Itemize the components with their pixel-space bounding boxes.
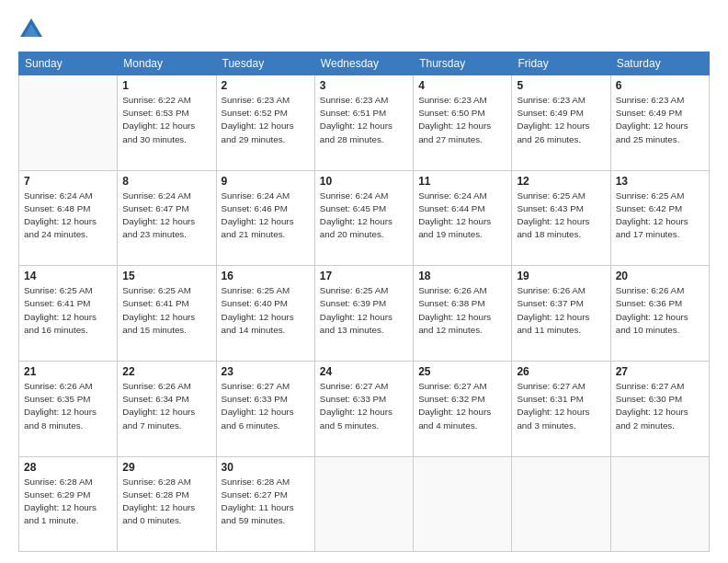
- calendar-cell: 30Sunrise: 6:28 AMSunset: 6:27 PMDayligh…: [216, 456, 314, 551]
- day-info: Sunrise: 6:24 AMSunset: 6:44 PMDaylight:…: [418, 190, 506, 242]
- day-number: 20: [616, 270, 704, 282]
- day-info: Sunrise: 6:23 AMSunset: 6:51 PMDaylight:…: [320, 94, 408, 146]
- calendar-cell: [19, 75, 118, 171]
- calendar-cell: 26Sunrise: 6:27 AMSunset: 6:31 PMDayligh…: [512, 361, 610, 456]
- calendar-cell: 8Sunrise: 6:24 AMSunset: 6:47 PMDaylight…: [118, 170, 216, 266]
- day-info: Sunrise: 6:27 AMSunset: 6:33 PMDaylight:…: [222, 380, 310, 432]
- day-number: 15: [122, 270, 210, 282]
- day-number: 26: [517, 365, 605, 378]
- calendar-cell: 14Sunrise: 6:25 AMSunset: 6:41 PMDayligh…: [19, 266, 118, 362]
- day-info: Sunrise: 6:26 AMSunset: 6:35 PMDaylight:…: [24, 380, 112, 432]
- day-info: Sunrise: 6:25 AMSunset: 6:42 PMDaylight:…: [616, 190, 704, 242]
- calendar-header-monday: Monday: [118, 52, 216, 75]
- day-number: 12: [517, 175, 605, 188]
- day-number: 17: [320, 270, 408, 282]
- calendar-cell: 19Sunrise: 6:26 AMSunset: 6:37 PMDayligh…: [512, 266, 610, 362]
- day-info: Sunrise: 6:26 AMSunset: 6:38 PMDaylight:…: [418, 284, 506, 337]
- calendar-cell: 28Sunrise: 6:28 AMSunset: 6:29 PMDayligh…: [19, 456, 118, 551]
- day-info: Sunrise: 6:24 AMSunset: 6:47 PMDaylight:…: [122, 190, 210, 242]
- day-number: 28: [24, 461, 112, 474]
- day-info: Sunrise: 6:27 AMSunset: 6:33 PMDaylight:…: [320, 380, 408, 432]
- day-info: Sunrise: 6:24 AMSunset: 6:45 PMDaylight:…: [320, 190, 408, 242]
- calendar-cell: 1Sunrise: 6:22 AMSunset: 6:53 PMDaylight…: [118, 75, 216, 171]
- day-number: 4: [418, 79, 506, 92]
- day-info: Sunrise: 6:28 AMSunset: 6:29 PMDaylight:…: [24, 476, 112, 528]
- calendar-cell: 12Sunrise: 6:25 AMSunset: 6:43 PMDayligh…: [512, 170, 610, 266]
- calendar-header-sunday: Sunday: [19, 52, 118, 75]
- calendar-table: SundayMondayTuesdayWednesdayThursdayFrid…: [18, 52, 710, 552]
- day-number: 29: [122, 461, 210, 474]
- day-number: 23: [222, 365, 310, 378]
- day-info: Sunrise: 6:22 AMSunset: 6:53 PMDaylight:…: [122, 94, 210, 146]
- calendar-cell: [314, 456, 413, 551]
- day-info: Sunrise: 6:24 AMSunset: 6:48 PMDaylight:…: [24, 190, 112, 242]
- day-number: 9: [222, 175, 310, 188]
- logo-icon: [18, 17, 44, 42]
- day-info: Sunrise: 6:25 AMSunset: 6:40 PMDaylight:…: [222, 284, 310, 337]
- calendar-cell: 7Sunrise: 6:24 AMSunset: 6:48 PMDaylight…: [19, 170, 118, 266]
- day-info: Sunrise: 6:26 AMSunset: 6:34 PMDaylight:…: [122, 380, 210, 432]
- calendar-header-saturday: Saturday: [610, 52, 709, 75]
- calendar-week-row: 21Sunrise: 6:26 AMSunset: 6:35 PMDayligh…: [19, 361, 710, 456]
- day-number: 6: [616, 79, 704, 92]
- day-number: 30: [222, 461, 310, 474]
- day-info: Sunrise: 6:27 AMSunset: 6:31 PMDaylight:…: [517, 380, 605, 432]
- day-number: 7: [24, 175, 112, 188]
- calendar-header-thursday: Thursday: [414, 52, 512, 75]
- logo: [18, 17, 48, 42]
- day-number: 8: [122, 175, 210, 188]
- day-number: 19: [517, 270, 605, 282]
- day-info: Sunrise: 6:25 AMSunset: 6:41 PMDaylight:…: [122, 284, 210, 337]
- day-info: Sunrise: 6:23 AMSunset: 6:49 PMDaylight:…: [517, 94, 605, 146]
- day-number: 27: [616, 365, 704, 378]
- calendar-cell: [512, 456, 610, 551]
- day-number: 25: [418, 365, 506, 378]
- calendar-cell: 13Sunrise: 6:25 AMSunset: 6:42 PMDayligh…: [610, 170, 709, 266]
- day-info: Sunrise: 6:25 AMSunset: 6:39 PMDaylight:…: [320, 284, 408, 337]
- day-number: 3: [320, 79, 408, 92]
- day-info: Sunrise: 6:28 AMSunset: 6:27 PMDaylight:…: [222, 476, 310, 528]
- header: [18, 17, 710, 42]
- calendar-cell: 6Sunrise: 6:23 AMSunset: 6:49 PMDaylight…: [610, 75, 709, 171]
- calendar-cell: 23Sunrise: 6:27 AMSunset: 6:33 PMDayligh…: [216, 361, 314, 456]
- day-info: Sunrise: 6:27 AMSunset: 6:30 PMDaylight:…: [616, 380, 704, 432]
- calendar-cell: 24Sunrise: 6:27 AMSunset: 6:33 PMDayligh…: [314, 361, 413, 456]
- calendar-cell: 18Sunrise: 6:26 AMSunset: 6:38 PMDayligh…: [414, 266, 512, 362]
- day-number: 22: [122, 365, 210, 378]
- calendar-cell: 27Sunrise: 6:27 AMSunset: 6:30 PMDayligh…: [610, 361, 709, 456]
- day-number: 5: [517, 79, 605, 92]
- calendar-cell: 3Sunrise: 6:23 AMSunset: 6:51 PMDaylight…: [314, 75, 413, 171]
- calendar-week-row: 28Sunrise: 6:28 AMSunset: 6:29 PMDayligh…: [19, 456, 710, 551]
- page: SundayMondayTuesdayWednesdayThursdayFrid…: [0, 0, 728, 563]
- day-number: 1: [122, 79, 210, 92]
- day-number: 16: [222, 270, 310, 282]
- day-info: Sunrise: 6:27 AMSunset: 6:32 PMDaylight:…: [418, 380, 506, 432]
- calendar-cell: 5Sunrise: 6:23 AMSunset: 6:49 PMDaylight…: [512, 75, 610, 171]
- day-info: Sunrise: 6:24 AMSunset: 6:46 PMDaylight:…: [222, 190, 310, 242]
- calendar-week-row: 7Sunrise: 6:24 AMSunset: 6:48 PMDaylight…: [19, 170, 710, 266]
- calendar-cell: 9Sunrise: 6:24 AMSunset: 6:46 PMDaylight…: [216, 170, 314, 266]
- calendar-cell: 29Sunrise: 6:28 AMSunset: 6:28 PMDayligh…: [118, 456, 216, 551]
- day-info: Sunrise: 6:23 AMSunset: 6:52 PMDaylight:…: [222, 94, 310, 146]
- calendar-week-row: 1Sunrise: 6:22 AMSunset: 6:53 PMDaylight…: [19, 75, 710, 171]
- day-info: Sunrise: 6:25 AMSunset: 6:41 PMDaylight:…: [24, 284, 112, 337]
- day-number: 10: [320, 175, 408, 188]
- calendar-cell: 10Sunrise: 6:24 AMSunset: 6:45 PMDayligh…: [314, 170, 413, 266]
- day-number: 11: [418, 175, 506, 188]
- calendar-cell: 21Sunrise: 6:26 AMSunset: 6:35 PMDayligh…: [19, 361, 118, 456]
- calendar-cell: 2Sunrise: 6:23 AMSunset: 6:52 PMDaylight…: [216, 75, 314, 171]
- day-info: Sunrise: 6:23 AMSunset: 6:50 PMDaylight:…: [418, 94, 506, 146]
- calendar-header-wednesday: Wednesday: [314, 52, 413, 75]
- day-number: 18: [418, 270, 506, 282]
- calendar-cell: [414, 456, 512, 551]
- day-number: 13: [616, 175, 704, 188]
- calendar-header-row: SundayMondayTuesdayWednesdayThursdayFrid…: [19, 52, 710, 75]
- calendar-cell: 15Sunrise: 6:25 AMSunset: 6:41 PMDayligh…: [118, 266, 216, 362]
- day-number: 21: [24, 365, 112, 378]
- calendar-cell: 16Sunrise: 6:25 AMSunset: 6:40 PMDayligh…: [216, 266, 314, 362]
- calendar-cell: 4Sunrise: 6:23 AMSunset: 6:50 PMDaylight…: [414, 75, 512, 171]
- day-number: 24: [320, 365, 408, 378]
- day-number: 2: [222, 79, 310, 92]
- day-info: Sunrise: 6:26 AMSunset: 6:36 PMDaylight:…: [616, 284, 704, 337]
- calendar-cell: 20Sunrise: 6:26 AMSunset: 6:36 PMDayligh…: [610, 266, 709, 362]
